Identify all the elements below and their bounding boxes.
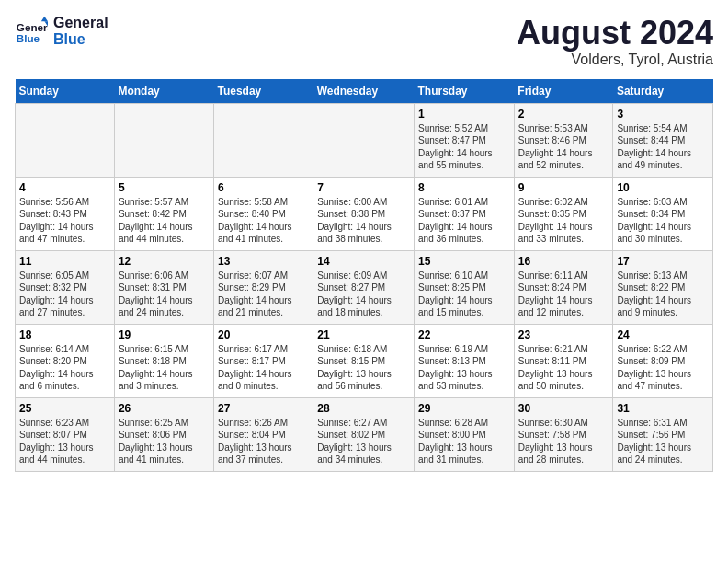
day-info: Sunrise: 5:58 AM Sunset: 8:40 PM Dayligh… bbox=[218, 196, 309, 246]
day-number: 24 bbox=[617, 328, 709, 341]
month-year-title: August 2024 bbox=[517, 15, 713, 52]
day-number: 14 bbox=[317, 255, 410, 268]
calendar-cell: 20Sunrise: 6:17 AM Sunset: 8:17 PM Dayli… bbox=[213, 324, 313, 397]
calendar-cell: 27Sunrise: 6:26 AM Sunset: 8:04 PM Dayli… bbox=[213, 397, 313, 471]
calendar-cell: 31Sunrise: 6:31 AM Sunset: 7:56 PM Dayli… bbox=[613, 397, 713, 471]
calendar-cell: 3Sunrise: 5:54 AM Sunset: 8:44 PM Daylig… bbox=[613, 103, 713, 177]
day-number: 1 bbox=[418, 108, 510, 121]
calendar-cell: 29Sunrise: 6:28 AM Sunset: 8:00 PM Dayli… bbox=[415, 397, 515, 471]
day-number: 20 bbox=[218, 328, 309, 341]
calendar-cell: 6Sunrise: 5:58 AM Sunset: 8:40 PM Daylig… bbox=[213, 177, 313, 250]
calendar-cell: 28Sunrise: 6:27 AM Sunset: 8:02 PM Dayli… bbox=[313, 397, 415, 471]
page-header: General Blue General Blue August 2024 Vo… bbox=[15, 15, 713, 68]
calendar-cell: 5Sunrise: 5:57 AM Sunset: 8:42 PM Daylig… bbox=[114, 177, 213, 250]
calendar-body: 1Sunrise: 5:52 AM Sunset: 8:47 PM Daylig… bbox=[16, 103, 713, 471]
calendar-cell bbox=[114, 103, 213, 177]
calendar-week-4: 18Sunrise: 6:14 AM Sunset: 8:20 PM Dayli… bbox=[16, 324, 713, 397]
calendar-cell: 25Sunrise: 6:23 AM Sunset: 8:07 PM Dayli… bbox=[16, 397, 115, 471]
logo: General Blue General Blue bbox=[15, 15, 108, 48]
day-info: Sunrise: 6:19 AM Sunset: 8:13 PM Dayligh… bbox=[418, 343, 510, 393]
header-cell-sunday: Sunday bbox=[16, 79, 115, 104]
calendar-cell bbox=[313, 103, 415, 177]
day-info: Sunrise: 6:21 AM Sunset: 8:11 PM Dayligh… bbox=[518, 343, 609, 393]
day-number: 27 bbox=[218, 402, 309, 415]
logo-icon: General Blue bbox=[15, 15, 48, 48]
day-info: Sunrise: 6:15 AM Sunset: 8:18 PM Dayligh… bbox=[119, 343, 210, 393]
day-info: Sunrise: 6:14 AM Sunset: 8:20 PM Dayligh… bbox=[19, 343, 110, 393]
day-info: Sunrise: 6:13 AM Sunset: 8:22 PM Dayligh… bbox=[617, 270, 709, 319]
location-subtitle: Volders, Tyrol, Austria bbox=[517, 52, 713, 68]
day-number: 18 bbox=[19, 328, 110, 341]
day-number: 29 bbox=[418, 402, 510, 415]
calendar-cell: 1Sunrise: 5:52 AM Sunset: 8:47 PM Daylig… bbox=[415, 103, 515, 177]
calendar-cell: 24Sunrise: 6:22 AM Sunset: 8:09 PM Dayli… bbox=[613, 324, 713, 397]
day-number: 23 bbox=[518, 328, 609, 341]
calendar-cell: 21Sunrise: 6:18 AM Sunset: 8:15 PM Dayli… bbox=[313, 324, 415, 397]
day-info: Sunrise: 6:11 AM Sunset: 8:24 PM Dayligh… bbox=[518, 270, 609, 319]
calendar-week-5: 25Sunrise: 6:23 AM Sunset: 8:07 PM Dayli… bbox=[16, 397, 713, 471]
calendar-table: SundayMondayTuesdayWednesdayThursdayFrid… bbox=[15, 79, 713, 472]
calendar-cell: 9Sunrise: 6:02 AM Sunset: 8:35 PM Daylig… bbox=[514, 177, 613, 250]
logo-line2: Blue bbox=[53, 31, 108, 48]
day-info: Sunrise: 6:05 AM Sunset: 8:32 PM Dayligh… bbox=[19, 270, 110, 319]
calendar-cell: 10Sunrise: 6:03 AM Sunset: 8:34 PM Dayli… bbox=[613, 177, 713, 250]
calendar-cell: 15Sunrise: 6:10 AM Sunset: 8:25 PM Dayli… bbox=[415, 250, 515, 324]
day-info: Sunrise: 5:52 AM Sunset: 8:47 PM Dayligh… bbox=[418, 122, 510, 172]
svg-text:Blue: Blue bbox=[17, 32, 40, 44]
day-number: 31 bbox=[617, 402, 709, 415]
calendar-cell: 23Sunrise: 6:21 AM Sunset: 8:11 PM Dayli… bbox=[514, 324, 613, 397]
calendar-cell: 8Sunrise: 6:01 AM Sunset: 8:37 PM Daylig… bbox=[415, 177, 515, 250]
calendar-cell: 4Sunrise: 5:56 AM Sunset: 8:43 PM Daylig… bbox=[16, 177, 115, 250]
day-info: Sunrise: 6:02 AM Sunset: 8:35 PM Dayligh… bbox=[518, 196, 609, 246]
calendar-cell: 7Sunrise: 6:00 AM Sunset: 8:38 PM Daylig… bbox=[313, 177, 415, 250]
header-cell-saturday: Saturday bbox=[613, 79, 713, 104]
day-info: Sunrise: 6:28 AM Sunset: 8:00 PM Dayligh… bbox=[418, 417, 510, 466]
day-number: 7 bbox=[317, 181, 410, 194]
day-info: Sunrise: 6:18 AM Sunset: 8:15 PM Dayligh… bbox=[317, 343, 410, 393]
day-info: Sunrise: 6:06 AM Sunset: 8:31 PM Dayligh… bbox=[119, 270, 210, 319]
day-info: Sunrise: 6:09 AM Sunset: 8:27 PM Dayligh… bbox=[317, 270, 410, 319]
header-cell-friday: Friday bbox=[514, 79, 613, 104]
calendar-cell: 2Sunrise: 5:53 AM Sunset: 8:46 PM Daylig… bbox=[514, 103, 613, 177]
day-number: 21 bbox=[317, 328, 410, 341]
day-info: Sunrise: 6:00 AM Sunset: 8:38 PM Dayligh… bbox=[317, 196, 410, 246]
day-info: Sunrise: 5:57 AM Sunset: 8:42 PM Dayligh… bbox=[119, 196, 210, 246]
calendar-cell: 30Sunrise: 6:30 AM Sunset: 7:58 PM Dayli… bbox=[514, 397, 613, 471]
day-number: 19 bbox=[119, 328, 210, 341]
day-number: 26 bbox=[119, 402, 210, 415]
calendar-cell: 17Sunrise: 6:13 AM Sunset: 8:22 PM Dayli… bbox=[613, 250, 713, 324]
calendar-week-1: 1Sunrise: 5:52 AM Sunset: 8:47 PM Daylig… bbox=[16, 103, 713, 177]
day-number: 22 bbox=[418, 328, 510, 341]
day-number: 3 bbox=[617, 108, 709, 121]
day-info: Sunrise: 6:25 AM Sunset: 8:06 PM Dayligh… bbox=[119, 417, 210, 466]
calendar-cell: 16Sunrise: 6:11 AM Sunset: 8:24 PM Dayli… bbox=[514, 250, 613, 324]
day-info: Sunrise: 6:03 AM Sunset: 8:34 PM Dayligh… bbox=[617, 196, 709, 246]
day-number: 6 bbox=[218, 181, 309, 194]
calendar-header: SundayMondayTuesdayWednesdayThursdayFrid… bbox=[16, 79, 713, 104]
day-number: 4 bbox=[19, 181, 110, 194]
header-cell-thursday: Thursday bbox=[415, 79, 515, 104]
calendar-cell bbox=[213, 103, 313, 177]
day-info: Sunrise: 6:17 AM Sunset: 8:17 PM Dayligh… bbox=[218, 343, 309, 393]
day-number: 10 bbox=[617, 181, 709, 194]
calendar-cell: 14Sunrise: 6:09 AM Sunset: 8:27 PM Dayli… bbox=[313, 250, 415, 324]
day-info: Sunrise: 5:54 AM Sunset: 8:44 PM Dayligh… bbox=[617, 122, 709, 172]
svg-marker-2 bbox=[41, 17, 48, 21]
calendar-cell: 11Sunrise: 6:05 AM Sunset: 8:32 PM Dayli… bbox=[16, 250, 115, 324]
day-info: Sunrise: 5:56 AM Sunset: 8:43 PM Dayligh… bbox=[19, 196, 110, 246]
header-cell-wednesday: Wednesday bbox=[313, 79, 415, 104]
day-info: Sunrise: 6:27 AM Sunset: 8:02 PM Dayligh… bbox=[317, 417, 410, 466]
day-info: Sunrise: 5:53 AM Sunset: 8:46 PM Dayligh… bbox=[518, 122, 609, 172]
calendar-cell: 18Sunrise: 6:14 AM Sunset: 8:20 PM Dayli… bbox=[16, 324, 115, 397]
day-info: Sunrise: 6:26 AM Sunset: 8:04 PM Dayligh… bbox=[218, 417, 309, 466]
day-number: 25 bbox=[19, 402, 110, 415]
calendar-cell: 13Sunrise: 6:07 AM Sunset: 8:29 PM Dayli… bbox=[213, 250, 313, 324]
day-info: Sunrise: 6:31 AM Sunset: 7:56 PM Dayligh… bbox=[617, 417, 709, 466]
calendar-cell: 26Sunrise: 6:25 AM Sunset: 8:06 PM Dayli… bbox=[114, 397, 213, 471]
day-info: Sunrise: 6:22 AM Sunset: 8:09 PM Dayligh… bbox=[617, 343, 709, 393]
day-number: 8 bbox=[418, 181, 510, 194]
title-section: August 2024 Volders, Tyrol, Austria bbox=[517, 15, 713, 68]
day-number: 28 bbox=[317, 402, 410, 415]
day-info: Sunrise: 6:30 AM Sunset: 7:58 PM Dayligh… bbox=[518, 417, 609, 466]
header-cell-tuesday: Tuesday bbox=[213, 79, 313, 104]
